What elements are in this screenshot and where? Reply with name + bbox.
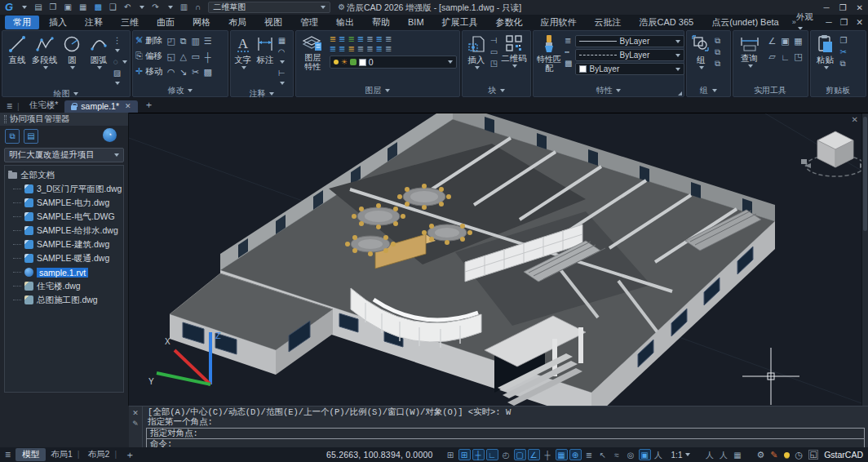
ribbon-tab[interactable]: 点云(undet) Beta [703,16,787,29]
quick-view-toggle[interactable]: ◎ [625,449,637,460]
group-select-icon[interactable]: ⧉ [715,59,720,69]
annotation-visibility-toggle[interactable]: 人 [653,449,665,460]
dynamic-input-toggle[interactable]: ⊕ [569,449,582,460]
trim-icon[interactable]: ✂ [192,67,199,78]
layer-off-icon[interactable]: ≣ [385,34,392,43]
file-tree-item[interactable]: SAMPLE-给排水.dwg [8,224,123,238]
ribbon-tab[interactable]: 输出 [328,16,362,29]
annotation-add-scale-toggle[interactable]: 人 [717,449,729,460]
color-dropdown[interactable]: ByLayer [575,63,684,75]
new-file-icon[interactable]: ▤ [34,0,42,15]
ribbon-tab[interactable]: BIM [400,16,432,28]
import-project-button[interactable]: ⧉ [5,129,20,144]
document-tab-2[interactable]: sample.1* ✕ [64,100,137,113]
rotate2-icon[interactable]: ◠ [167,67,175,78]
line-button[interactable]: 直线 [5,33,29,66]
join-icon[interactable]: ┼ [205,52,211,62]
layer-prev-icon[interactable]: ≣ [348,44,354,53]
ribbon-tab[interactable]: 注释 [77,16,111,29]
ribbon-tab[interactable]: 网格 [184,16,219,29]
panel-label-utilities[interactable]: 实用工具 [733,85,808,96]
panel-label-properties[interactable]: 特性 [534,85,684,96]
ribbon-tab[interactable]: 三维 [113,16,147,29]
redo-chevron-icon[interactable] [168,6,173,9]
leader-tool-icon[interactable]: ◠ [278,47,290,67]
panel-header[interactable]: 协同项目管理器 [0,113,128,126]
panel-label-layers[interactable]: 图层 [296,85,459,96]
match-properties-button[interactable]: 特性匹配 [536,33,562,73]
layer-on-icon[interactable]: ≣ [330,34,336,43]
layer-merge-icon[interactable]: ≣ [357,44,364,53]
block-attr-icon[interactable]: ▭ [490,47,498,57]
new-tab-button[interactable]: ＋ [144,98,154,112]
grid-display-toggle[interactable]: ⊞ [445,449,457,460]
point-tools-icon[interactable]: ⋮ [113,36,127,56]
quick-select-icon[interactable]: ▣ [781,36,789,47]
layer-delete-icon[interactable]: ≣ [366,44,373,53]
explode-icon[interactable]: ↘ [179,67,187,78]
drawing-viewport[interactable]: ✕ [129,113,868,406]
dynamic-ucs-toggle[interactable]: ▦ [556,449,568,460]
lineweight-tool-icon[interactable]: ≣ [565,36,572,46]
doc-close-button[interactable]: ✕ [856,17,863,27]
insert-block-button[interactable]: 插入 [465,33,488,69]
ellipse-tools-icon[interactable]: ◌ [113,57,127,67]
dimension-button[interactable]: 标注 [255,33,276,66]
table-tool-icon[interactable]: ▦ [278,36,290,46]
tips-bulb-icon[interactable] [784,452,790,458]
arc-button[interactable]: 圆弧 [86,33,111,69]
file-tree-item[interactable]: SAMPLE-暖通.dwg [8,251,123,265]
linetype-tool-icon[interactable]: ┅ [565,47,572,57]
file-tree-item[interactable]: 3_D区门厅平面图.dwg [8,182,123,196]
layout2-tab[interactable]: 布局2 [88,449,110,460]
logo-menu-chevron-icon[interactable] [22,6,27,9]
ribbon-tab[interactable]: 云批注 [587,16,630,29]
tab-close-icon[interactable]: ✕ [125,102,131,110]
print-icon[interactable]: ❑ [109,0,117,15]
command-window[interactable]: 指定对角点: 命令: [146,428,865,450]
copy-icon[interactable]: ⧉ [180,36,187,47]
area-measure-icon[interactable]: ▱ [768,51,775,62]
layer-unlock-icon[interactable]: ≣ [385,44,392,53]
ribbon-tab[interactable]: 帮助 [364,16,398,29]
erase-button[interactable]: ✎̸删除 [135,33,162,48]
command-edit-icon[interactable]: ✎ [132,420,139,428]
block-edit-icon[interactable]: ⊣ [490,36,498,46]
polyline-button[interactable]: 多段线 [32,33,58,69]
layer-dropdown[interactable]: ☀ 0 [330,56,457,69]
snap-cross-toggle[interactable]: ┼ [542,449,554,460]
settings-gear-icon[interactable]: ⚙ [756,450,764,460]
file-tree-item[interactable]: SAMPLE-电气.DWG [8,210,123,224]
ungroup-icon[interactable]: ⧉ [715,36,720,46]
quick-properties-toggle[interactable]: ▦ [731,449,743,460]
undo-chevron-icon[interactable] [140,6,144,9]
group-edit-icon[interactable]: ⧉ [715,47,720,57]
snap-mode-toggle[interactable]: ┼ [472,449,485,460]
panel-label-clipboard[interactable]: 剪贴板 [811,85,866,96]
fillet-icon[interactable]: ▭ [192,51,200,62]
circle-button[interactable]: 圆 [60,33,84,69]
tree-root-folder[interactable]: 全部文档 [8,168,123,182]
file-tree-item[interactable]: sample.1.rvt [8,265,123,279]
new-document-button[interactable]: ▤ [24,129,38,144]
move-button[interactable]: ✛移动 [135,64,162,79]
headset-icon[interactable]: ∩ [195,0,201,15]
panel-label-modify[interactable]: 修改 [133,85,228,96]
save-all-icon[interactable]: ▩ [94,0,101,15]
layer-freeze-icon[interactable]: ≣ [339,34,345,43]
color-list-icon[interactable]: ▩ [565,59,572,69]
ribbon-tab[interactable]: 布局 [220,16,255,29]
array-icon[interactable]: ☰ [204,36,212,47]
ribbon-tab[interactable]: 插入 [41,16,75,29]
snap-to-grid-toggle[interactable]: ⊞ [458,449,471,460]
qr-code-button[interactable]: 二维码 [500,33,528,68]
doc-menu-icon[interactable]: ≡ [7,100,12,112]
ribbon-tab[interactable]: 应用软件 [533,16,585,29]
command-close-icon[interactable]: ✕ [132,409,139,417]
rotate-icon[interactable]: ◰ [167,36,175,47]
stretch-icon[interactable]: ▥ [192,36,200,47]
redo-icon[interactable]: ↷ [152,0,158,15]
selection-cycling-toggle[interactable]: ↖ [597,449,609,460]
cut-clip-icon[interactable]: ✂ [840,47,848,57]
project-selector[interactable]: 明仁大厦改造提升项目 [4,148,124,162]
